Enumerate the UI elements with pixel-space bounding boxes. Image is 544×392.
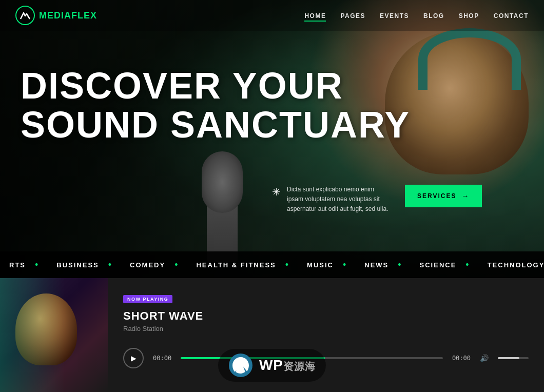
hero-description-text: Dicta sunt explicabo nemo enim ipsam vol… — [287, 185, 390, 214]
hero-content: DISCOVER YOUR SOUND SANCTUARY — [21, 67, 410, 144]
hero-right-content: ✳ Dicta sunt explicabo nemo enim ipsam v… — [272, 185, 482, 214]
microphone-decoration — [207, 159, 238, 262]
logo-text: MEDIAFLEX — [39, 10, 97, 21]
volume-bar[interactable] — [498, 357, 529, 359]
nav-shop[interactable]: SHOP — [459, 12, 479, 19]
ticker-item: NEWS • — [355, 260, 410, 269]
ticker-item: MUSIC • — [298, 260, 355, 269]
player-thumbnail — [0, 278, 108, 392]
volume-icon: 🔊 — [480, 354, 489, 362]
time-current: 00:00 — [153, 355, 171, 362]
nav-events[interactable]: EVENTS — [380, 12, 409, 19]
now-playing-badge: NOW PLAYING — [123, 295, 172, 303]
category-ticker: RTS • BUSINESS • COMEDY • HEALTH & FITNE… — [0, 251, 544, 278]
hero-title: DISCOVER YOUR SOUND SANCTUARY — [21, 67, 410, 144]
nav-pages[interactable]: PAGES — [340, 12, 365, 19]
player-controls: ▶ 00:00 00:00 🔊 — [123, 348, 529, 368]
play-button[interactable]: ▶ — [123, 348, 144, 368]
ticker-item: RTS • — [0, 260, 47, 269]
player-subtitle: Radio Station — [123, 325, 529, 332]
logo-icon — [15, 6, 35, 25]
ticker-item: SCIENCE • — [411, 260, 478, 269]
nav-blog[interactable]: BLOG — [423, 12, 444, 19]
hero-description-block: ✳ Dicta sunt explicabo nemo enim ipsam v… — [272, 185, 390, 214]
ticker-item: TECHNOLOGY • — [478, 260, 544, 269]
ticker-item: BUSINESS • — [47, 260, 121, 269]
logo[interactable]: MEDIAFLEX — [15, 6, 97, 25]
time-total: 00:00 — [452, 355, 471, 362]
volume-fill — [498, 357, 519, 359]
thumbnail-overlay — [0, 278, 108, 392]
hero-title-line1: DISCOVER YOUR — [21, 65, 343, 106]
player-title: SHORT WAVE — [123, 309, 529, 323]
player-info: NOW PLAYING SHORT WAVE Radio Station ▶ 0… — [108, 278, 544, 392]
watermark-text: WP资源海 — [259, 357, 316, 374]
hero-section: DISCOVER YOUR SOUND SANCTUARY ✳ Dicta su… — [0, 0, 544, 277]
watermark-subtext: 资源海 — [283, 361, 316, 372]
services-btn-label: SERVICES — [417, 192, 456, 200]
watermark: WP资源海 — [218, 349, 326, 382]
wp-logo-icon — [228, 353, 253, 378]
arrow-icon: → — [461, 192, 470, 200]
ticker-inner: RTS • BUSINESS • COMEDY • HEALTH & FITNE… — [0, 260, 544, 269]
logo-name-start: MEDIA — [39, 10, 71, 21]
services-button[interactable]: SERVICES → — [405, 185, 482, 207]
nav-contact[interactable]: CONTACT — [494, 12, 529, 19]
ticker-item: HEALTH & FITNESS • — [187, 260, 298, 269]
asterisk-icon: ✳ — [272, 186, 281, 198]
nav-home[interactable]: HOME — [304, 12, 326, 22]
ticker-item: COMEDY • — [121, 260, 187, 269]
navbar: MEDIAFLEX HOME PAGES EVENTS BLOG SHOP CO… — [0, 0, 544, 31]
hero-title-line2: SOUND SANCTUARY — [21, 104, 410, 145]
nav-links: HOME PAGES EVENTS BLOG SHOP CONTACT — [304, 11, 529, 20]
logo-name-end: FLEX — [71, 10, 97, 21]
